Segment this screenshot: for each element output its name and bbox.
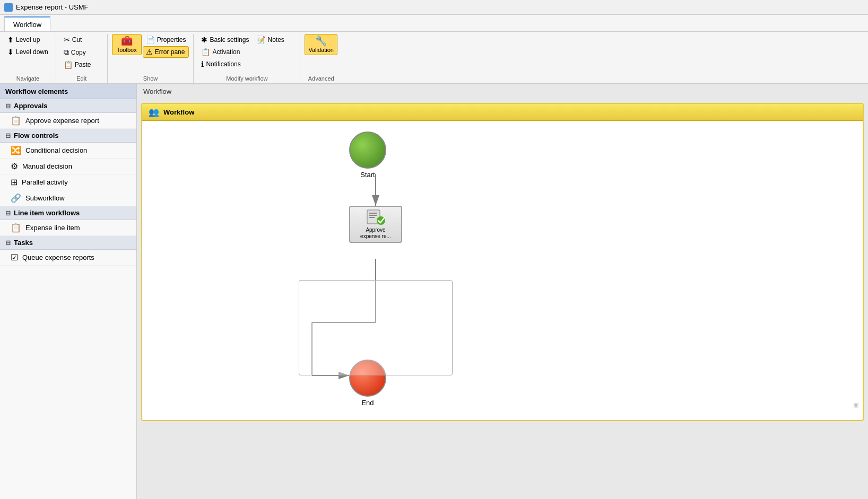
copy-icon: ⧉ bbox=[64, 48, 69, 57]
ribbon-group-show: 🧰 Toolbox 📄 Properties ⚠ Error pane Show bbox=[108, 34, 194, 83]
start-label: Start bbox=[360, 171, 375, 179]
left-panel-header: Workflow elements bbox=[0, 84, 136, 99]
level-up-button[interactable]: ⬆ Level up bbox=[4, 34, 51, 46]
queue-expense-reports-icon: ☑ bbox=[11, 252, 18, 262]
edit-buttons: ✂ Cut ⧉ Copy 📋 Paste bbox=[60, 34, 103, 73]
ribbon-group-edit: ✂ Cut ⧉ Copy 📋 Paste Edit bbox=[56, 34, 108, 83]
ribbon-groups: ⬆ Level up ⬇ Level down Navigate ✂ Cut bbox=[4, 34, 864, 83]
approve-box: Approveexpense re... bbox=[349, 206, 402, 243]
navigate-col: ⬆ Level up ⬇ Level down bbox=[4, 34, 51, 58]
section-flow-controls[interactable]: ⊟ Flow controls bbox=[0, 129, 136, 143]
edit-label: Edit bbox=[60, 74, 103, 83]
show-buttons: 🧰 Toolbox 📄 Properties ⚠ Error pane bbox=[112, 34, 189, 73]
section-tasks[interactable]: ⊟ Tasks bbox=[0, 236, 136, 250]
level-up-icon: ⬆ bbox=[7, 36, 14, 44]
start-circle bbox=[349, 132, 386, 169]
notes-button[interactable]: 📝 Notes bbox=[253, 34, 296, 46]
toolbox-button[interactable]: 🧰 Toolbox bbox=[112, 34, 142, 55]
advanced-buttons: 🔧 Validation bbox=[305, 34, 337, 73]
validation-icon: 🔧 bbox=[315, 36, 327, 46]
navigate-label: Navigate bbox=[4, 74, 51, 83]
approve-node[interactable]: Approveexpense re... bbox=[349, 206, 402, 243]
ribbon-group-advanced: 🔧 Validation Advanced bbox=[300, 34, 342, 83]
level-down-icon: ⬇ bbox=[7, 48, 14, 56]
tab-bar: Workflow bbox=[0, 15, 868, 32]
approve-box-label: Approveexpense re... bbox=[360, 227, 391, 240]
cut-button[interactable]: ✂ Cut bbox=[60, 34, 103, 46]
item-manual-decision[interactable]: ⚙ Manual decision bbox=[0, 159, 136, 174]
workflow-title-bar: 👥 Workflow bbox=[142, 104, 863, 121]
item-subworkflow[interactable]: 🔗 Subworkflow bbox=[0, 190, 136, 206]
flow-connectors bbox=[142, 121, 863, 413]
modify-col-2: 📝 Notes bbox=[253, 34, 296, 46]
workflow-canvas: 👥 Workflow bbox=[141, 103, 864, 421]
collapse-approvals-icon: ⊟ bbox=[5, 102, 11, 110]
start-node[interactable]: Start bbox=[349, 132, 386, 179]
error-pane-button[interactable]: ⚠ Error pane bbox=[143, 46, 189, 58]
paste-icon: 📋 bbox=[64, 60, 73, 69]
section-line-item-workflows[interactable]: ⊟ Line item workflows bbox=[0, 206, 136, 220]
title-bar: Expense report - USMF bbox=[0, 0, 868, 15]
collapse-flow-controls-icon: ⊟ bbox=[5, 132, 11, 139]
paste-button[interactable]: 📋 Paste bbox=[60, 59, 103, 71]
basic-settings-icon: ✱ bbox=[201, 36, 207, 44]
notifications-icon: ℹ bbox=[201, 60, 204, 68]
subworkflow-icon: 🔗 bbox=[11, 193, 21, 203]
level-down-button[interactable]: ⬇ Level down bbox=[4, 46, 51, 58]
item-approve-expense-report[interactable]: 📋 Approve expense report bbox=[0, 113, 136, 129]
toolbox-icon: 🧰 bbox=[121, 36, 133, 46]
ribbon-group-modify: ✱ Basic settings 📋 Activation ℹ Notifica… bbox=[194, 34, 300, 83]
notes-icon: 📝 bbox=[256, 36, 265, 44]
modify-col-1: ✱ Basic settings 📋 Activation ℹ Notifica… bbox=[198, 34, 252, 70]
properties-button[interactable]: 📄 Properties bbox=[143, 34, 189, 46]
end-label: End bbox=[361, 399, 374, 407]
notifications-button[interactable]: ℹ Notifications bbox=[198, 58, 252, 70]
properties-icon: 📄 bbox=[146, 36, 155, 44]
decision-area bbox=[299, 280, 453, 375]
title-bar-text: Expense report - USMF bbox=[16, 3, 89, 11]
validation-button[interactable]: 🔧 Validation bbox=[305, 34, 337, 55]
show-col: 📄 Properties ⚠ Error pane bbox=[143, 34, 189, 58]
modify-label: Modify workflow bbox=[198, 74, 296, 83]
collapse-line-item-icon: ⊟ bbox=[5, 209, 11, 217]
app-icon bbox=[4, 3, 13, 12]
workflow-body: Start bbox=[142, 121, 863, 413]
ribbon: ⬆ Level up ⬇ Level down Navigate ✂ Cut bbox=[0, 32, 868, 84]
activation-icon: 📋 bbox=[201, 48, 210, 56]
activation-button[interactable]: 📋 Activation bbox=[198, 46, 252, 58]
workflow-title-icon: 👥 bbox=[149, 107, 159, 117]
approve-expense-report-icon: 📋 bbox=[11, 116, 21, 126]
approve-box-icon bbox=[366, 209, 385, 225]
show-label: Show bbox=[112, 74, 189, 83]
item-parallel-activity[interactable]: ⊞ Parallel activity bbox=[0, 174, 136, 190]
canvas-breadcrumb: Workflow bbox=[137, 84, 868, 99]
section-approvals[interactable]: ⊟ Approvals bbox=[0, 99, 136, 113]
parallel-activity-icon: ⊞ bbox=[11, 177, 18, 187]
copy-button[interactable]: ⧉ Copy bbox=[60, 46, 103, 58]
watermark: ▣ bbox=[853, 401, 858, 408]
collapse-tasks-icon: ⊟ bbox=[5, 239, 11, 247]
advanced-label: Advanced bbox=[305, 74, 337, 83]
navigate-buttons: ⬆ Level up ⬇ Level down bbox=[4, 34, 51, 73]
edit-col: ✂ Cut ⧉ Copy 📋 Paste bbox=[60, 34, 103, 71]
conditional-decision-icon: 🔀 bbox=[11, 145, 21, 155]
tab-workflow[interactable]: Workflow bbox=[4, 16, 50, 31]
item-expense-line-item[interactable]: 📋 Expense line item bbox=[0, 220, 136, 236]
ribbon-group-navigate: ⬆ Level up ⬇ Level down Navigate bbox=[4, 34, 56, 83]
left-panel: Workflow elements ⊟ Approvals 📋 Approve … bbox=[0, 84, 137, 499]
main-content: Workflow elements ⊟ Approvals 📋 Approve … bbox=[0, 84, 868, 499]
modify-buttons: ✱ Basic settings 📋 Activation ℹ Notifica… bbox=[198, 34, 296, 73]
workflow-title-text: Workflow bbox=[163, 108, 194, 116]
item-queue-expense-reports[interactable]: ☑ Queue expense reports bbox=[0, 250, 136, 266]
expense-line-item-icon: 📋 bbox=[11, 223, 21, 233]
canvas-area: Workflow 👥 Workflow bbox=[137, 84, 868, 499]
cut-icon: ✂ bbox=[64, 36, 70, 44]
manual-decision-icon: ⚙ bbox=[11, 161, 18, 171]
item-conditional-decision[interactable]: 🔀 Conditional decision bbox=[0, 143, 136, 159]
basic-settings-button[interactable]: ✱ Basic settings bbox=[198, 34, 252, 46]
error-pane-icon: ⚠ bbox=[146, 48, 153, 56]
